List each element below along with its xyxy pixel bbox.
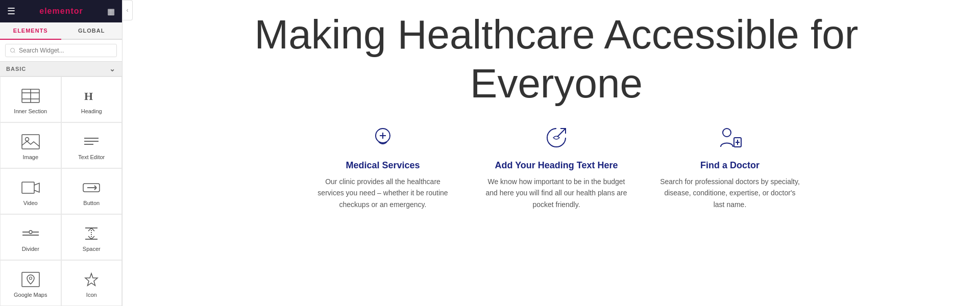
feature-title-add-heading: Add Your Heading Text Here [495,160,618,171]
sidebar-tabs: ELEMENTS GLOBAL [0,22,122,40]
widget-spacer-label: Spacer [83,246,101,252]
svg-point-29 [723,129,731,137]
search-bar [0,40,122,62]
widget-button[interactable]: Button [61,168,122,214]
svg-point-6 [25,138,29,141]
inner-section-icon [21,87,40,105]
medical-services-icon [368,123,398,154]
grid-icon[interactable]: ▦ [107,7,115,16]
feature-desc-find-doctor: Search for professional doctors by speci… [658,176,801,210]
feature-title-find-doctor: Find a Doctor [700,160,760,171]
tab-global[interactable]: GLOBAL [61,22,122,39]
tab-elements[interactable]: ELEMENTS [0,22,61,40]
svg-point-18 [29,231,32,234]
svg-point-23 [29,277,32,279]
widget-inner-section[interactable]: Inner Section [0,76,61,122]
image-icon [21,133,40,151]
widget-heading-label: Heading [81,108,102,114]
sidebar-collapse-button[interactable]: ‹ [122,0,133,20]
svg-text:H: H [84,90,93,103]
widget-icon[interactable]: Icon [61,260,122,306]
feature-desc-medical-services: Our clinic provides all the healthcare s… [311,176,454,210]
widgets-grid: Inner Section H Heading Image [0,76,122,306]
feature-title-medical-services: Medical Services [346,160,420,171]
text-editor-icon [82,133,101,151]
hamburger-icon[interactable]: ☰ [7,6,15,17]
find-doctor-icon [715,123,745,154]
features-row: Medical Services Our clinic provides all… [199,123,914,210]
widget-icon-label: Icon [86,292,97,298]
feature-card-add-heading: Add Your Heading Text Here We know how i… [485,123,628,210]
icon-widget-icon [82,270,101,289]
widget-divider-label: Divider [22,246,39,252]
widget-text-editor[interactable]: Text Editor [61,122,122,168]
feature-desc-add-heading: We know how important to be in the budge… [485,176,628,210]
search-input[interactable] [5,44,117,57]
basic-section-label: BASIC ⌄ [0,62,122,76]
widget-button-label: Button [83,200,100,206]
button-icon [82,178,101,197]
widget-heading[interactable]: H Heading [61,76,122,122]
svg-rect-5 [22,135,39,149]
feature-card-find-doctor: Find a Doctor Search for professional do… [658,123,801,210]
sidebar-header: ☰ elementor ▦ [0,0,122,22]
main-content: Making Healthcare Accessible for Everyon… [133,0,980,306]
widget-google-maps[interactable]: Google Maps [0,260,61,306]
widget-video-label: Video [23,200,38,206]
chevron-down-icon[interactable]: ⌄ [109,65,116,73]
divider-icon [21,224,40,243]
widget-image[interactable]: Image [0,122,61,168]
sidebar: ☰ elementor ▦ ELEMENTS GLOBAL BASIC ⌄ In… [0,0,122,306]
widget-divider[interactable]: Divider [0,214,61,260]
page-content: Making Healthcare Accessible for Everyon… [199,10,914,210]
hero-title: Making Healthcare Accessible for Everyon… [199,10,914,108]
brand-logo: elementor [39,7,83,16]
widget-inner-section-label: Inner Section [14,108,47,114]
widget-google-maps-label: Google Maps [14,292,47,298]
widget-spacer[interactable]: Spacer [61,214,122,260]
spacer-icon [82,224,101,243]
svg-rect-10 [22,182,34,193]
video-icon [21,178,40,197]
add-heading-icon [541,123,572,154]
feature-card-medical-services: Medical Services Our clinic provides all… [311,123,454,210]
widget-image-label: Image [22,154,38,160]
heading-icon: H [82,87,101,105]
widget-text-editor-label: Text Editor [78,154,105,160]
widget-video[interactable]: Video [0,168,61,214]
svg-line-28 [557,129,566,137]
svg-marker-24 [85,273,97,286]
google-maps-icon [21,270,40,289]
